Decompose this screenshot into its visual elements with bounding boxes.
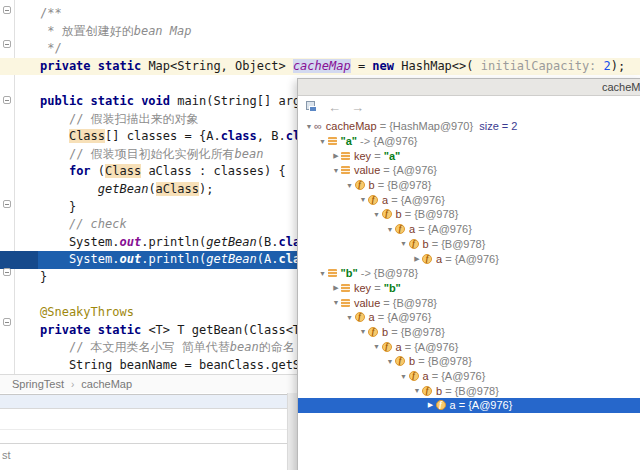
collapse-icon[interactable]: ▼ bbox=[372, 343, 382, 350]
operator: = bbox=[429, 238, 442, 250]
fold-marker-icon[interactable] bbox=[3, 268, 11, 276]
code-token bbox=[40, 182, 98, 196]
tree-row[interactable]: ▼"a" -> {A@976} bbox=[298, 134, 640, 149]
tree-row[interactable]: ▼fb = {B@978} bbox=[298, 383, 640, 398]
collapse-icon[interactable]: ▼ bbox=[345, 314, 355, 321]
tree-row[interactable]: ▼fa = {A@976} bbox=[298, 222, 640, 237]
operator: = bbox=[442, 253, 455, 265]
variable-value: {A@976} bbox=[455, 253, 499, 265]
collapse-icon[interactable]: ▼ bbox=[345, 182, 355, 189]
operator: = bbox=[415, 355, 428, 367]
expand-icon[interactable]: ▶ bbox=[412, 255, 422, 263]
tree-row[interactable]: ▼fa = {A@976} bbox=[298, 192, 640, 207]
variable-value: {B@978} bbox=[401, 326, 445, 338]
entry-icon bbox=[328, 137, 337, 145]
variable-value: "a" bbox=[384, 150, 401, 162]
entry-icon bbox=[341, 152, 350, 160]
watch-icon: ∞ bbox=[314, 121, 322, 131]
popup-titlebar[interactable]: cacheMap bbox=[298, 79, 640, 96]
inspect-icon[interactable] bbox=[306, 101, 318, 113]
tree-row[interactable]: ▶key = "b" bbox=[298, 281, 640, 296]
tree-row[interactable]: ▼"b" -> {B@978} bbox=[298, 266, 640, 281]
tree-row[interactable]: ▼fa = {A@976} bbox=[298, 310, 640, 325]
collapse-icon[interactable]: ▼ bbox=[385, 358, 395, 365]
code-token: getBean bbox=[206, 235, 257, 249]
toolwindow-header-band bbox=[0, 394, 297, 409]
forward-arrow-icon[interactable]: → bbox=[351, 101, 364, 114]
collapse-icon[interactable]: ▼ bbox=[318, 270, 328, 277]
collapse-icon[interactable]: ▼ bbox=[358, 328, 368, 335]
code-line[interactable]: * 放置创建好的bean Map bbox=[0, 23, 640, 41]
code-token: ( bbox=[91, 164, 105, 178]
code-token: , B. bbox=[257, 129, 286, 143]
tree-row[interactable]: ▼fb = {B@978} bbox=[298, 325, 640, 340]
collapse-icon[interactable]: ▼ bbox=[331, 167, 341, 174]
expand-icon[interactable]: ▶ bbox=[331, 152, 341, 160]
tree-row[interactable]: ▼fa = {A@976} bbox=[298, 369, 640, 384]
collapse-icon[interactable]: ▼ bbox=[318, 138, 328, 145]
fold-marker-icon[interactable] bbox=[3, 6, 11, 14]
code-token: @SneakyThrows bbox=[40, 305, 134, 319]
tree-row[interactable]: ▶fa = {A@976} bbox=[298, 251, 640, 266]
breadcrumb-item-member[interactable]: cacheMap bbox=[81, 378, 132, 390]
entry-icon bbox=[328, 269, 337, 277]
variable-name: "b" bbox=[341, 267, 358, 279]
code-line[interactable]: /** bbox=[0, 5, 640, 23]
code-token: // 假装项目初始化实例化所有 bbox=[69, 147, 235, 161]
collapse-icon[interactable]: ▼ bbox=[399, 373, 409, 380]
code-token: for bbox=[69, 164, 91, 178]
tree-row[interactable]: ▼fb = {B@978} bbox=[298, 207, 640, 222]
field-icon: f bbox=[422, 386, 432, 396]
collapse-icon[interactable]: ▼ bbox=[372, 211, 382, 218]
code-token: 2 bbox=[604, 59, 611, 73]
code-line[interactable]: private static Map<String, Object> cache… bbox=[0, 58, 640, 76]
operator: -> bbox=[358, 267, 374, 279]
code-token bbox=[40, 147, 69, 161]
tree-row[interactable]: ▼fb = {B@978} bbox=[298, 178, 640, 193]
fold-marker-icon[interactable] bbox=[3, 40, 11, 48]
code-token: ); bbox=[199, 182, 213, 196]
tree-row[interactable]: ▶fa = {A@976} bbox=[298, 398, 640, 413]
code-token bbox=[40, 217, 69, 231]
collapse-icon[interactable]: ▼ bbox=[385, 226, 395, 233]
collapse-icon[interactable]: ▼ bbox=[399, 240, 409, 247]
operator: = bbox=[415, 223, 428, 235]
expand-icon[interactable]: ▶ bbox=[331, 284, 341, 292]
code-token: */ bbox=[40, 41, 62, 55]
variable-value: {B@978} bbox=[441, 238, 485, 250]
tree-row[interactable]: ▼fb = {B@978} bbox=[298, 354, 640, 369]
collapse-icon[interactable]: ▼ bbox=[358, 196, 368, 203]
code-token: private static bbox=[40, 59, 148, 73]
collapse-icon[interactable]: ▼ bbox=[412, 387, 422, 394]
tree-row[interactable]: ▼fb = {B@978} bbox=[298, 237, 640, 252]
tree-row[interactable]: ▼fa = {A@976} bbox=[298, 339, 640, 354]
tree-row[interactable]: ▼value = {B@978} bbox=[298, 295, 640, 310]
field-icon: f bbox=[382, 209, 392, 219]
field-icon: f bbox=[368, 195, 378, 205]
breadcrumb-item-class[interactable]: SpringTest bbox=[12, 378, 64, 390]
operator: = bbox=[371, 150, 384, 162]
code-token: HashMap<>( bbox=[394, 59, 481, 73]
code-token: // check bbox=[69, 217, 127, 231]
variable-value: {A@976} bbox=[387, 311, 431, 323]
variable-value: {A@976} bbox=[401, 194, 445, 206]
collapse-icon[interactable]: ▼ bbox=[304, 123, 314, 130]
code-token: bean Map bbox=[134, 24, 192, 38]
code-token bbox=[40, 340, 69, 354]
variable-value: {A@976} bbox=[414, 341, 458, 353]
tree-row[interactable]: ▼value = {A@976} bbox=[298, 163, 640, 178]
fold-marker-icon[interactable] bbox=[3, 200, 11, 208]
code-line[interactable]: */ bbox=[0, 40, 640, 58]
field-icon: f bbox=[395, 356, 405, 366]
variable-name: cacheMap bbox=[326, 120, 377, 132]
fold-marker-icon[interactable] bbox=[3, 318, 11, 326]
tree-row[interactable]: ▶key = "a" bbox=[298, 148, 640, 163]
expand-icon[interactable]: ▶ bbox=[426, 401, 436, 409]
collapse-icon[interactable]: ▼ bbox=[331, 299, 341, 306]
variables-tree[interactable]: ▼∞cacheMap = {HashMap@970} size = 2▼"a" … bbox=[298, 119, 640, 470]
code-token: System. bbox=[40, 235, 119, 249]
back-arrow-icon[interactable]: ← bbox=[328, 101, 341, 114]
tree-row[interactable]: ▼∞cacheMap = {HashMap@970} size = 2 bbox=[298, 119, 640, 134]
code-token: Class bbox=[105, 164, 141, 178]
fold-marker-icon[interactable] bbox=[3, 96, 11, 104]
